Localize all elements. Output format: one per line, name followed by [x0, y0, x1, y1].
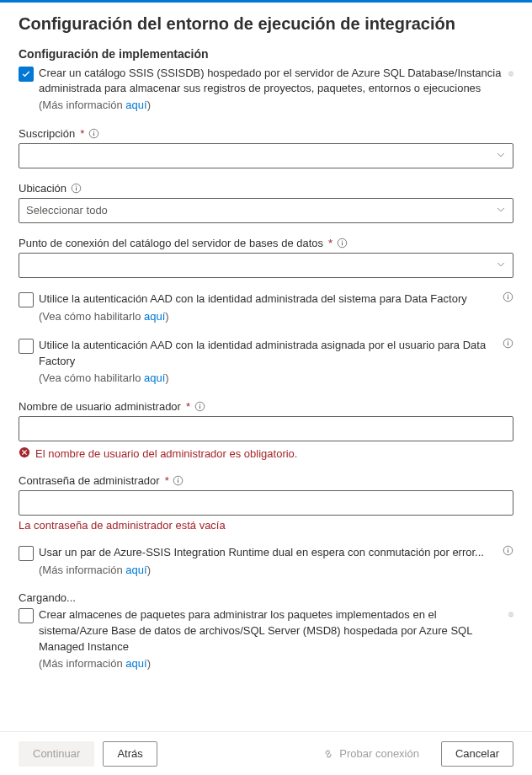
svg-point-7	[75, 185, 76, 186]
svg-rect-24	[178, 479, 178, 483]
ssisdb-label: Crear un catálogo SSIS (SSISDB) hospedad…	[39, 66, 502, 96]
ssisdb-more-link[interactable]: aquí	[125, 99, 146, 111]
required-indicator: *	[328, 237, 332, 249]
package-stores-hint: (Más información aquí)	[39, 656, 502, 671]
svg-point-13	[507, 294, 508, 295]
dual-standby-checkbox[interactable]	[19, 546, 34, 561]
section-header-deployment: Configuración de implementación	[19, 47, 513, 61]
endpoint-label: Punto de conexión del catálogo del servi…	[19, 237, 323, 249]
info-icon[interactable]	[336, 237, 348, 249]
admin-pass-error: La contraseña de administrador está vací…	[19, 519, 513, 532]
package-stores-label: Crear almacenes de paquetes para adminis…	[39, 607, 502, 655]
chevron-down-icon	[496, 259, 506, 271]
info-icon[interactable]	[502, 545, 513, 557]
required-indicator: *	[80, 127, 84, 140]
dual-standby-hint: (Más información aquí)	[39, 563, 513, 578]
info-icon[interactable]	[70, 182, 82, 194]
location-select[interactable]: Seleccionar todo	[19, 198, 513, 223]
svg-rect-11	[342, 242, 343, 245]
ssisdb-hint: (Más información aquí)	[39, 98, 502, 113]
info-icon[interactable]	[502, 67, 513, 79]
svg-rect-5	[93, 132, 94, 136]
error-icon	[19, 446, 30, 461]
info-icon[interactable]	[502, 338, 513, 350]
subscription-label: Suscripción	[19, 127, 75, 140]
info-icon[interactable]	[502, 291, 513, 303]
loading-text: Cargando...	[19, 591, 513, 604]
svg-point-26	[507, 548, 508, 549]
info-icon[interactable]	[173, 474, 184, 486]
required-indicator: *	[165, 474, 169, 487]
admin-pass-label: Contraseña de administrador	[19, 474, 160, 487]
aad-user-hint: (Vea cómo habilitarlo aquí)	[39, 371, 513, 386]
svg-point-4	[93, 131, 94, 131]
page-title: Configuración del entorno de ejecución d…	[19, 14, 513, 34]
ssisdb-checkbox[interactable]	[19, 67, 34, 82]
aad-user-label: Utilice la autenticación AAD con la iden…	[39, 338, 497, 370]
endpoint-select[interactable]	[19, 253, 513, 278]
svg-point-19	[199, 404, 200, 404]
chevron-down-icon	[496, 204, 506, 216]
admin-user-label: Nombre de usuario administrador	[19, 400, 181, 413]
subscription-select[interactable]	[19, 143, 513, 168]
continue-button[interactable]: Continuar	[19, 741, 94, 767]
test-connection-button[interactable]: Probar conexión	[309, 741, 433, 767]
package-stores-checkbox[interactable]	[19, 608, 34, 623]
svg-rect-8	[76, 187, 77, 190]
admin-user-input[interactable]	[19, 416, 513, 441]
info-icon[interactable]	[88, 127, 99, 139]
info-icon[interactable]	[194, 400, 205, 412]
cancel-button[interactable]: Cancelar	[441, 741, 513, 767]
aad-system-link[interactable]: aquí	[144, 310, 165, 323]
aad-system-hint: (Vea cómo habilitarlo aquí)	[39, 309, 513, 324]
svg-point-23	[178, 478, 178, 478]
svg-point-29	[511, 613, 512, 614]
svg-rect-14	[508, 297, 508, 300]
required-indicator: *	[186, 400, 190, 413]
chevron-down-icon	[496, 149, 506, 162]
admin-user-error: El nombre de usuario del administrador e…	[35, 447, 297, 460]
aad-user-checkbox[interactable]	[19, 339, 34, 354]
svg-point-1	[511, 72, 512, 73]
svg-point-10	[342, 240, 343, 241]
aad-system-label: Utilice la autenticación AAD con la iden…	[39, 291, 497, 307]
package-stores-link[interactable]: aquí	[125, 657, 146, 670]
dual-standby-label: Usar un par de Azure-SSIS Integration Ru…	[39, 545, 497, 561]
location-label: Ubicación	[19, 182, 66, 195]
aad-system-checkbox[interactable]	[19, 292, 34, 307]
svg-point-16	[507, 341, 508, 342]
back-button[interactable]: Atrás	[103, 741, 157, 767]
svg-rect-27	[508, 550, 508, 553]
info-icon[interactable]	[502, 609, 513, 621]
svg-rect-17	[508, 343, 508, 346]
link-icon	[322, 748, 334, 760]
aad-user-link[interactable]: aquí	[144, 371, 165, 384]
admin-pass-input[interactable]	[19, 490, 513, 516]
dual-standby-link[interactable]: aquí	[125, 564, 146, 576]
footer-bar: Continuar Atrás Probar conexión Cancelar	[0, 731, 532, 775]
svg-rect-20	[200, 405, 200, 409]
